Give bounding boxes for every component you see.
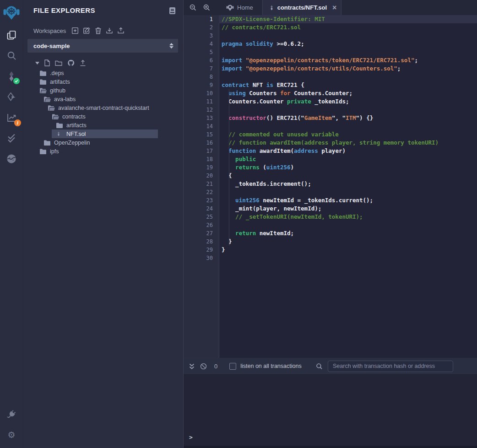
tree-item-label: ava-labs bbox=[54, 96, 76, 103]
code-line[interactable]: 12 bbox=[184, 106, 477, 114]
code-line[interactable]: 8 bbox=[184, 73, 477, 81]
code-line[interactable]: 9contract NFT is ERC721 { bbox=[184, 81, 477, 89]
sidebar-item-settings[interactable]: ⚙ bbox=[0, 425, 23, 445]
code-line[interactable]: 1//SPDX-License-Identifier: MIT bbox=[184, 15, 477, 23]
sidebar-item-plugin-manager[interactable] bbox=[0, 404, 23, 425]
tree-item-artifacts[interactable]: artifacts bbox=[23, 77, 183, 86]
tree-item-github[interactable]: github bbox=[23, 86, 183, 95]
code-line[interactable]: 13 constructor() ERC721("GameItem", "ITM… bbox=[184, 114, 477, 122]
expand-terminal-icon[interactable] bbox=[189, 363, 195, 369]
code-line[interactable]: 6import "@openzeppelin/contracts/token/E… bbox=[184, 56, 477, 65]
tab-home[interactable]: Home bbox=[221, 0, 259, 15]
new-folder-icon[interactable] bbox=[55, 60, 62, 66]
line-number: 27 bbox=[184, 229, 219, 237]
close-tab-icon[interactable]: × bbox=[332, 4, 336, 11]
line-number: 8 bbox=[184, 73, 219, 81]
code-line[interactable]: 17 function awardItem(address player) bbox=[184, 147, 477, 155]
collapse-root-chevron-icon[interactable] bbox=[35, 62, 39, 65]
workspace-select[interactable]: code-sample bbox=[27, 39, 178, 53]
terminal-search-input[interactable] bbox=[328, 361, 453, 372]
listen-transactions-checkbox[interactable] bbox=[229, 363, 236, 370]
docs-book-icon[interactable] bbox=[169, 7, 176, 15]
code-line[interactable]: 26 bbox=[184, 221, 477, 229]
code-text bbox=[219, 221, 477, 229]
tree-item--deps[interactable]: .deps bbox=[23, 69, 183, 77]
zoom-in-button[interactable] bbox=[200, 0, 213, 15]
sidebar-item-sourcify[interactable] bbox=[0, 148, 23, 169]
code-line[interactable]: 15 // commented out unused variable bbox=[184, 130, 477, 139]
code-line[interactable]: 18 public bbox=[184, 155, 477, 163]
terminal: 0 listen on all transactions > bbox=[184, 358, 477, 448]
line-number: 12 bbox=[184, 106, 219, 114]
code-line[interactable]: 2// contracts/ERC721.sol bbox=[184, 23, 477, 32]
github-icon[interactable] bbox=[67, 59, 75, 66]
code-line[interactable]: 11 Counters.Counter private _tokenIds; bbox=[184, 97, 477, 106]
code-line[interactable]: 29} bbox=[184, 246, 477, 254]
code-text: _tokenIds.increment(); bbox=[219, 180, 477, 188]
code-line[interactable]: 21 _tokenIds.increment(); bbox=[184, 180, 477, 188]
code-line[interactable]: 10 using Counters for Counters.Counter; bbox=[184, 89, 477, 97]
sidebar-item-unit-testing[interactable] bbox=[0, 128, 23, 148]
rename-workspace-icon[interactable] bbox=[83, 27, 91, 34]
new-file-icon[interactable] bbox=[44, 59, 50, 66]
sidebar-item-analytics[interactable]: 1 bbox=[0, 107, 23, 128]
tree-item-contracts[interactable]: contracts bbox=[23, 112, 183, 121]
code-text: // contracts/ERC721.sol bbox=[219, 23, 477, 32]
code-line[interactable]: 5 bbox=[184, 48, 477, 56]
upload-workspace-icon[interactable] bbox=[117, 27, 125, 34]
code-editor[interactable]: 1//SPDX-License-Identifier: MIT2// contr… bbox=[184, 15, 477, 358]
tree-item-label: artifacts bbox=[66, 122, 87, 129]
tree-item-ava-labs[interactable]: ava-labs bbox=[23, 95, 183, 103]
code-text: import "@openzeppelin/contracts/token/ER… bbox=[219, 56, 477, 65]
create-workspace-icon[interactable] bbox=[71, 27, 79, 34]
folder-icon bbox=[56, 123, 63, 128]
code-line[interactable]: 4pragma solidity >=0.6.2; bbox=[184, 40, 477, 48]
line-number: 6 bbox=[184, 56, 219, 65]
tree-item-openzeppelin[interactable]: OpenZeppelin bbox=[23, 138, 183, 147]
code-line[interactable]: 16 // function awardItem(address player,… bbox=[184, 139, 477, 147]
code-text: public bbox=[219, 155, 477, 163]
download-workspace-icon[interactable] bbox=[106, 27, 113, 34]
tree-item-ipfs[interactable]: ipfs bbox=[23, 147, 183, 156]
folder-open-icon bbox=[48, 105, 55, 111]
code-line[interactable]: 7import "@openzeppelin/contracts/utils/C… bbox=[184, 65, 477, 73]
tree-item-label: NFT.sol bbox=[66, 131, 86, 137]
tree-item-nft-sol[interactable]: NFT.sol bbox=[23, 130, 183, 138]
upload-file-icon[interactable] bbox=[80, 59, 86, 66]
code-line[interactable]: 22 bbox=[184, 188, 477, 196]
compiler-success-badge bbox=[13, 78, 20, 84]
code-line[interactable]: 19 returns (uint256) bbox=[184, 163, 477, 172]
code-line[interactable]: 28 } bbox=[184, 237, 477, 246]
line-number: 23 bbox=[184, 196, 219, 205]
line-number: 4 bbox=[184, 40, 219, 48]
remix-ide-window: 1 bbox=[0, 0, 477, 448]
editor-tabbar: Home contracts/NFT.sol × bbox=[184, 0, 477, 15]
terminal-output[interactable]: > bbox=[184, 374, 477, 446]
transaction-count: 0 bbox=[214, 363, 217, 370]
line-number: 26 bbox=[184, 221, 219, 229]
file-explorer-panel: FILE EXPLORERS Workspaces bbox=[23, 0, 183, 448]
code-text: return newItemId; bbox=[219, 229, 477, 237]
code-line[interactable]: 20 { bbox=[184, 172, 477, 180]
code-line[interactable]: 3 bbox=[184, 32, 477, 40]
sidebar-item-deploy-and-run[interactable] bbox=[0, 86, 23, 107]
code-line[interactable]: 14 bbox=[184, 122, 477, 130]
code-text: // function awardItem(address player, st… bbox=[219, 139, 477, 147]
code-line[interactable]: 25 // _setTokenURI(newItemId, tokenURI); bbox=[184, 213, 477, 221]
code-line[interactable]: 23 uint256 newItemId = _tokenIds.current… bbox=[184, 196, 477, 205]
tree-item-artifacts[interactable]: artifacts bbox=[23, 121, 183, 130]
delete-workspace-icon[interactable] bbox=[95, 27, 102, 34]
tab-contracts-nft-sol[interactable]: contracts/NFT.sol × bbox=[262, 0, 342, 15]
panel-title: FILE EXPLORERS bbox=[33, 6, 95, 14]
double-check-icon bbox=[6, 133, 17, 144]
code-line[interactable]: 24 _mint(player, newItemId); bbox=[184, 205, 477, 213]
code-line[interactable]: 30 bbox=[184, 254, 477, 262]
zoom-out-button[interactable] bbox=[186, 0, 200, 15]
sidebar-item-search[interactable] bbox=[0, 45, 23, 66]
sidebar-item-solidity-compiler[interactable] bbox=[0, 66, 23, 86]
code-line[interactable]: 27 return newItemId; bbox=[184, 229, 477, 237]
tree-item-avalanche-smart-contract-quickstart[interactable]: avalanche-smart-contract-quickstart bbox=[23, 103, 183, 112]
sidebar-item-file-explorer[interactable] bbox=[0, 25, 23, 45]
line-number: 28 bbox=[184, 237, 219, 246]
clear-console-icon[interactable] bbox=[200, 363, 207, 370]
